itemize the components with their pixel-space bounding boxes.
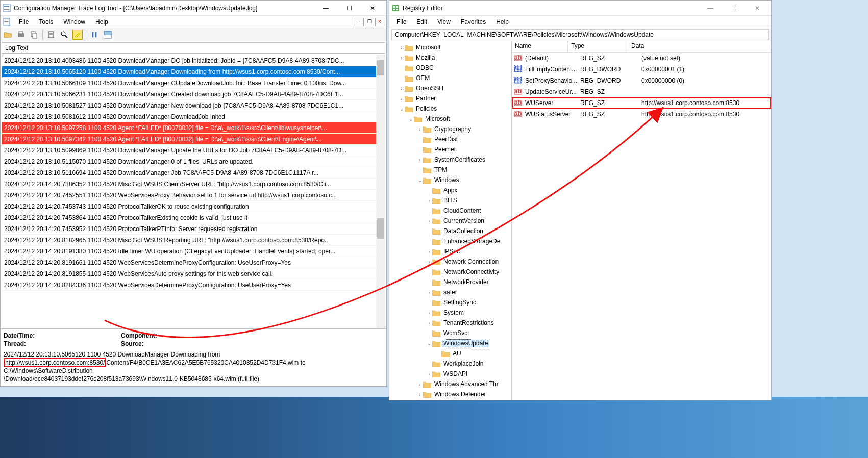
minimize-button[interactable]: — xyxy=(314,1,337,16)
value-row[interactable]: abWUServerREG_SZhttp://wsus1.corp.contos… xyxy=(512,97,771,109)
tree-item[interactable]: ›Windows Defender xyxy=(389,389,511,399)
col-type[interactable]: Type xyxy=(568,41,628,52)
menu-edit[interactable]: Edit xyxy=(411,17,432,27)
tree-item[interactable]: PeerDist xyxy=(389,134,511,144)
tree-item[interactable]: ›TenantRestrictions xyxy=(389,318,511,328)
log-row[interactable]: 2024/12/12 20:14:20.7453864 1100 4520 Pr… xyxy=(2,212,385,223)
maximize-button[interactable]: ☐ xyxy=(722,1,746,16)
log-row[interactable]: 2024/12/12 20:13:10.5065120 1100 4520 Do… xyxy=(2,66,385,78)
log-row[interactable]: 2024/12/12 20:13:10.5081527 1100 4520 Do… xyxy=(2,100,385,111)
tree-item[interactable]: ›OpenSSH xyxy=(389,83,511,93)
value-row[interactable]: 011110FillEmptyContent...REG_DWORD0x0000… xyxy=(512,64,771,75)
tree-item[interactable]: ›Cryptography xyxy=(389,124,511,134)
titlebar[interactable]: Registry Editor — ☐ ✕ xyxy=(389,1,771,16)
tree-item[interactable]: SettingSync xyxy=(389,297,511,308)
log-row[interactable]: 2024/12/12 20:14:20.8182965 1100 4520 Mi… xyxy=(2,235,385,246)
menu-tools[interactable]: Tools xyxy=(34,17,58,27)
tree-item[interactable]: ⌄Microsoft xyxy=(389,114,511,124)
find-icon[interactable] xyxy=(59,30,69,40)
col-name[interactable]: Name xyxy=(512,41,568,52)
log-row[interactable]: 2024/12/12 20:13:10.5097258 1100 4520 Ag… xyxy=(2,122,385,134)
menu-help[interactable]: Help xyxy=(491,17,514,27)
log-row[interactable]: 2024/12/12 20:14:20.7453743 1100 4520 Pr… xyxy=(2,201,385,212)
tree-item[interactable]: ⌄WindowsUpdate xyxy=(389,338,511,348)
tree-item[interactable]: ›IPSec xyxy=(389,246,511,257)
tree-item[interactable]: WorkplaceJoin xyxy=(389,359,511,369)
menu-file[interactable]: File xyxy=(391,17,411,27)
log-row[interactable]: 2024/12/12 20:14:20.8191855 1100 4520 We… xyxy=(2,268,385,279)
menu-favorites[interactable]: Favorites xyxy=(456,17,491,27)
menu-view[interactable]: View xyxy=(432,17,456,27)
log-row[interactable]: 2024/12/12 20:13:10.5097342 1100 4520 Ag… xyxy=(2,134,385,145)
mdi-restore-button[interactable]: ❐ xyxy=(365,18,374,26)
tree-item[interactable]: NetworkProvider xyxy=(389,277,511,287)
tree-item[interactable]: ›WSDAPI xyxy=(389,369,511,379)
titlebar[interactable]: Configuration Manager Trace Log Tool - [… xyxy=(1,1,386,16)
tree-item[interactable]: ›Microsoft xyxy=(389,42,511,53)
close-button[interactable]: ✕ xyxy=(746,1,769,16)
value-row[interactable]: ab(Default)REG_SZ(value not set) xyxy=(512,53,771,64)
pause-icon[interactable] xyxy=(89,30,100,40)
highlight-icon[interactable] xyxy=(72,30,83,40)
col-data[interactable]: Data xyxy=(628,41,771,52)
tree-item[interactable]: ›Windows Advanced Thr xyxy=(389,379,511,389)
log-row[interactable]: 2024/12/12 20:13:10.4003486 1100 4520 Do… xyxy=(2,55,385,66)
log-row[interactable]: 2024/12/12 20:14:20.8284336 1100 4520 We… xyxy=(2,279,385,291)
copy-icon[interactable] xyxy=(29,30,39,40)
tree-item[interactable]: ⌄Policies xyxy=(389,104,511,114)
log-row[interactable]: 2024/12/12 20:13:10.5066109 1100 4520 Do… xyxy=(2,78,385,89)
open-icon[interactable] xyxy=(3,30,13,40)
filter-icon[interactable] xyxy=(46,30,56,40)
log-row[interactable]: 2024/12/12 20:14:20.7386352 1100 4520 Mi… xyxy=(2,179,385,190)
tree-item[interactable]: AU xyxy=(389,348,511,359)
tree-item[interactable]: ›BITS xyxy=(389,195,511,206)
value-row[interactable]: abWUStatusServerREG_SZhttp://wsus1.corp.… xyxy=(512,109,771,120)
detail-pane-icon[interactable] xyxy=(103,30,113,40)
tree-item[interactable]: EnhancedStorageDe xyxy=(389,236,511,246)
tree-item[interactable]: ›Mozilla xyxy=(389,53,511,63)
address-bar[interactable]: Computer\HKEY_LOCAL_MACHINE\SOFTWARE\Pol… xyxy=(391,29,769,40)
values-header[interactable]: Name Type Data xyxy=(512,41,771,53)
tree-item[interactable]: ›Network Connection xyxy=(389,257,511,267)
log-row[interactable]: 2024/12/12 20:13:10.5116694 1100 4520 Do… xyxy=(2,167,385,179)
print-icon[interactable] xyxy=(16,30,26,40)
log-row[interactable]: 2024/12/12 20:13:10.5099069 1100 4520 Do… xyxy=(2,145,385,156)
log-list[interactable]: 2024/12/12 20:13:10.4003486 1100 4520 Do… xyxy=(2,55,385,328)
tree-item[interactable]: Peernet xyxy=(389,144,511,155)
log-row[interactable]: 2024/12/12 20:13:10.5066231 1100 4520 Do… xyxy=(2,89,385,100)
tree-item[interactable]: ›Partner xyxy=(389,93,511,104)
tree-item[interactable]: DataCollection xyxy=(389,226,511,236)
tree-item[interactable]: ›System xyxy=(389,308,511,318)
registry-tree[interactable]: ›Microsoft›MozillaODBCOEM›OpenSSH›Partne… xyxy=(389,41,512,400)
tree-item[interactable]: OEM xyxy=(389,73,511,83)
detail-message[interactable]: 2024/12/12 20:13:10.5065120 1100 4520 Do… xyxy=(4,350,383,383)
log-row[interactable]: 2024/12/12 20:14:20.8191380 1100 4520 Id… xyxy=(2,246,385,257)
tree-item[interactable]: ›Windows NT xyxy=(389,399,511,400)
log-row[interactable]: 2024/12/12 20:14:20.8191661 1100 4520 We… xyxy=(2,257,385,268)
log-row[interactable]: 2024/12/12 20:14:20.7452551 1100 4520 We… xyxy=(2,190,385,201)
tree-item[interactable]: Appx xyxy=(389,185,511,195)
mdi-minimize-button[interactable]: - xyxy=(355,18,364,26)
scrollbar[interactable] xyxy=(376,55,385,328)
log-column-header[interactable]: Log Text xyxy=(2,42,385,54)
menu-window[interactable]: Window xyxy=(58,17,90,27)
tree-item[interactable]: ›SystemCertificates xyxy=(389,155,511,165)
log-row[interactable]: 2024/12/12 20:14:20.7453952 1100 4520 Pr… xyxy=(2,223,385,235)
tree-item[interactable]: TPM xyxy=(389,165,511,175)
mdi-close-button[interactable]: × xyxy=(375,18,384,26)
log-row[interactable]: 2024/12/12 20:13:10.5115070 1100 4520 Do… xyxy=(2,156,385,167)
tree-item[interactable]: WcmSvc xyxy=(389,328,511,338)
value-row[interactable]: abUpdateServiceUr...REG_SZ xyxy=(512,86,771,97)
tree-item[interactable]: ⌄Windows xyxy=(389,175,511,185)
log-row[interactable]: 2024/12/12 20:13:10.5081612 1100 4520 Do… xyxy=(2,111,385,122)
tree-item[interactable]: ›safer xyxy=(389,287,511,297)
maximize-button[interactable]: ☐ xyxy=(337,1,361,16)
menu-help[interactable]: Help xyxy=(90,17,113,27)
menu-file[interactable]: File xyxy=(14,17,34,27)
registry-values[interactable]: Name Type Data ab(Default)REG_SZ(value n… xyxy=(512,41,771,400)
close-button[interactable]: ✕ xyxy=(361,1,384,16)
tree-item[interactable]: NetworkConnectivity xyxy=(389,267,511,277)
tree-item[interactable]: ODBC xyxy=(389,63,511,73)
minimize-button[interactable]: — xyxy=(699,1,722,16)
tree-item[interactable]: CloudContent xyxy=(389,206,511,216)
